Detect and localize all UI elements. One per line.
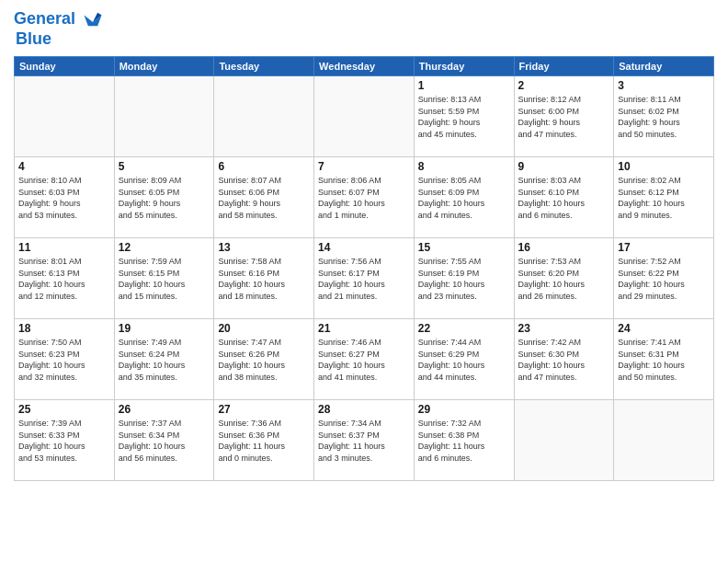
calendar-cell: 24Sunrise: 7:41 AM Sunset: 6:31 PM Dayli…: [614, 319, 714, 400]
day-number: 29: [418, 403, 510, 416]
day-number: 3: [618, 79, 710, 92]
week-row-1: 1Sunrise: 8:13 AM Sunset: 5:59 PM Daylig…: [15, 76, 714, 157]
day-number: 5: [119, 160, 210, 173]
calendar-cell: [614, 400, 714, 481]
day-number: 22: [418, 322, 510, 335]
calendar-cell: 17Sunrise: 7:52 AM Sunset: 6:22 PM Dayli…: [614, 238, 714, 319]
day-number: 2: [518, 79, 610, 92]
day-number: 11: [18, 241, 110, 254]
day-number: 27: [218, 403, 310, 416]
day-number: 8: [418, 160, 510, 173]
calendar-cell: [15, 76, 115, 157]
calendar-cell: 20Sunrise: 7:47 AM Sunset: 6:26 PM Dayli…: [214, 319, 314, 400]
day-info: Sunrise: 7:55 AM Sunset: 6:19 PM Dayligh…: [418, 256, 510, 302]
day-info: Sunrise: 8:07 AM Sunset: 6:06 PM Dayligh…: [218, 175, 310, 221]
calendar-cell: 26Sunrise: 7:37 AM Sunset: 6:34 PM Dayli…: [114, 400, 214, 481]
weekday-monday: Monday: [114, 57, 214, 76]
day-info: Sunrise: 7:46 AM Sunset: 6:27 PM Dayligh…: [318, 337, 410, 383]
calendar-cell: 4Sunrise: 8:10 AM Sunset: 6:03 PM Daylig…: [15, 157, 115, 238]
weekday-sunday: Sunday: [15, 57, 115, 76]
calendar-cell: 12Sunrise: 7:59 AM Sunset: 6:15 PM Dayli…: [114, 238, 214, 319]
calendar-cell: 5Sunrise: 8:09 AM Sunset: 6:05 PM Daylig…: [114, 157, 214, 238]
day-number: 1: [418, 79, 510, 92]
day-info: Sunrise: 8:13 AM Sunset: 5:59 PM Dayligh…: [418, 94, 510, 140]
day-info: Sunrise: 7:41 AM Sunset: 6:31 PM Dayligh…: [618, 337, 710, 383]
day-number: 10: [618, 160, 710, 173]
day-info: Sunrise: 7:59 AM Sunset: 6:15 PM Dayligh…: [119, 256, 210, 302]
week-row-2: 4Sunrise: 8:10 AM Sunset: 6:03 PM Daylig…: [15, 157, 714, 238]
day-info: Sunrise: 7:44 AM Sunset: 6:29 PM Dayligh…: [418, 337, 510, 383]
calendar-cell: 2Sunrise: 8:12 AM Sunset: 6:00 PM Daylig…: [514, 76, 614, 157]
calendar-cell: 28Sunrise: 7:34 AM Sunset: 6:37 PM Dayli…: [314, 400, 415, 481]
calendar-cell: 29Sunrise: 7:32 AM Sunset: 6:38 PM Dayli…: [414, 400, 514, 481]
day-info: Sunrise: 8:03 AM Sunset: 6:10 PM Dayligh…: [518, 175, 610, 221]
logo: General Blue: [14, 9, 103, 49]
page: General Blue SundayMondayTuesdayWednesda…: [0, 0, 728, 563]
day-info: Sunrise: 8:11 AM Sunset: 6:02 PM Dayligh…: [618, 94, 710, 140]
day-info: Sunrise: 7:42 AM Sunset: 6:30 PM Dayligh…: [518, 337, 610, 383]
calendar-table: SundayMondayTuesdayWednesdayThursdayFrid…: [14, 56, 714, 481]
logo-icon: [83, 9, 103, 29]
day-number: 14: [318, 241, 410, 254]
calendar-cell: 27Sunrise: 7:36 AM Sunset: 6:36 PM Dayli…: [214, 400, 314, 481]
day-info: Sunrise: 7:58 AM Sunset: 6:16 PM Dayligh…: [218, 256, 310, 302]
day-info: Sunrise: 8:02 AM Sunset: 6:12 PM Dayligh…: [618, 175, 710, 221]
calendar-cell: [114, 76, 214, 157]
day-number: 13: [218, 241, 310, 254]
weekday-saturday: Saturday: [614, 57, 714, 76]
day-info: Sunrise: 8:06 AM Sunset: 6:07 PM Dayligh…: [318, 175, 410, 221]
day-info: Sunrise: 7:53 AM Sunset: 6:20 PM Dayligh…: [518, 256, 610, 302]
week-row-4: 18Sunrise: 7:50 AM Sunset: 6:23 PM Dayli…: [15, 319, 714, 400]
calendar-cell: [214, 76, 314, 157]
day-number: 12: [119, 241, 210, 254]
day-number: 18: [18, 322, 110, 335]
day-number: 24: [618, 322, 710, 335]
calendar-cell: 11Sunrise: 8:01 AM Sunset: 6:13 PM Dayli…: [15, 238, 115, 319]
day-number: 4: [18, 160, 110, 173]
calendar-cell: 19Sunrise: 7:49 AM Sunset: 6:24 PM Dayli…: [114, 319, 214, 400]
day-info: Sunrise: 7:47 AM Sunset: 6:26 PM Dayligh…: [218, 337, 310, 383]
day-info: Sunrise: 7:49 AM Sunset: 6:24 PM Dayligh…: [119, 337, 210, 383]
calendar-cell: [514, 400, 614, 481]
day-number: 17: [618, 241, 710, 254]
day-info: Sunrise: 7:32 AM Sunset: 6:38 PM Dayligh…: [418, 418, 510, 464]
day-number: 7: [318, 160, 410, 173]
calendar-cell: 1Sunrise: 8:13 AM Sunset: 5:59 PM Daylig…: [414, 76, 514, 157]
calendar-cell: 21Sunrise: 7:46 AM Sunset: 6:27 PM Dayli…: [314, 319, 415, 400]
day-number: 20: [218, 322, 310, 335]
calendar-cell: 14Sunrise: 7:56 AM Sunset: 6:17 PM Dayli…: [314, 238, 415, 319]
calendar-cell: 10Sunrise: 8:02 AM Sunset: 6:12 PM Dayli…: [614, 157, 714, 238]
day-number: 19: [119, 322, 210, 335]
day-info: Sunrise: 8:01 AM Sunset: 6:13 PM Dayligh…: [18, 256, 110, 302]
day-number: 28: [318, 403, 410, 416]
weekday-friday: Friday: [514, 57, 614, 76]
logo-blue: Blue: [16, 29, 103, 49]
day-number: 25: [18, 403, 110, 416]
week-row-3: 11Sunrise: 8:01 AM Sunset: 6:13 PM Dayli…: [15, 238, 714, 319]
day-info: Sunrise: 8:05 AM Sunset: 6:09 PM Dayligh…: [418, 175, 510, 221]
weekday-header-row: SundayMondayTuesdayWednesdayThursdayFrid…: [15, 57, 714, 76]
header: General Blue: [14, 9, 714, 49]
weekday-wednesday: Wednesday: [314, 57, 415, 76]
day-info: Sunrise: 7:36 AM Sunset: 6:36 PM Dayligh…: [218, 418, 310, 464]
calendar-body: 1Sunrise: 8:13 AM Sunset: 5:59 PM Daylig…: [15, 76, 714, 481]
day-info: Sunrise: 7:52 AM Sunset: 6:22 PM Dayligh…: [618, 256, 710, 302]
calendar-cell: 15Sunrise: 7:55 AM Sunset: 6:19 PM Dayli…: [414, 238, 514, 319]
day-number: 15: [418, 241, 510, 254]
day-info: Sunrise: 7:39 AM Sunset: 6:33 PM Dayligh…: [18, 418, 110, 464]
day-info: Sunrise: 8:09 AM Sunset: 6:05 PM Dayligh…: [119, 175, 210, 221]
weekday-tuesday: Tuesday: [214, 57, 314, 76]
day-info: Sunrise: 7:50 AM Sunset: 6:23 PM Dayligh…: [18, 337, 110, 383]
day-info: Sunrise: 8:12 AM Sunset: 6:00 PM Dayligh…: [518, 94, 610, 140]
calendar-cell: 13Sunrise: 7:58 AM Sunset: 6:16 PM Dayli…: [214, 238, 314, 319]
day-number: 26: [119, 403, 210, 416]
day-number: 16: [518, 241, 610, 254]
calendar-cell: 7Sunrise: 8:06 AM Sunset: 6:07 PM Daylig…: [314, 157, 415, 238]
calendar-cell: 6Sunrise: 8:07 AM Sunset: 6:06 PM Daylig…: [214, 157, 314, 238]
logo-text: General: [14, 9, 103, 29]
calendar-cell: 22Sunrise: 7:44 AM Sunset: 6:29 PM Dayli…: [414, 319, 514, 400]
calendar-cell: 18Sunrise: 7:50 AM Sunset: 6:23 PM Dayli…: [15, 319, 115, 400]
weekday-thursday: Thursday: [414, 57, 514, 76]
calendar-cell: 9Sunrise: 8:03 AM Sunset: 6:10 PM Daylig…: [514, 157, 614, 238]
day-info: Sunrise: 7:56 AM Sunset: 6:17 PM Dayligh…: [318, 256, 410, 302]
